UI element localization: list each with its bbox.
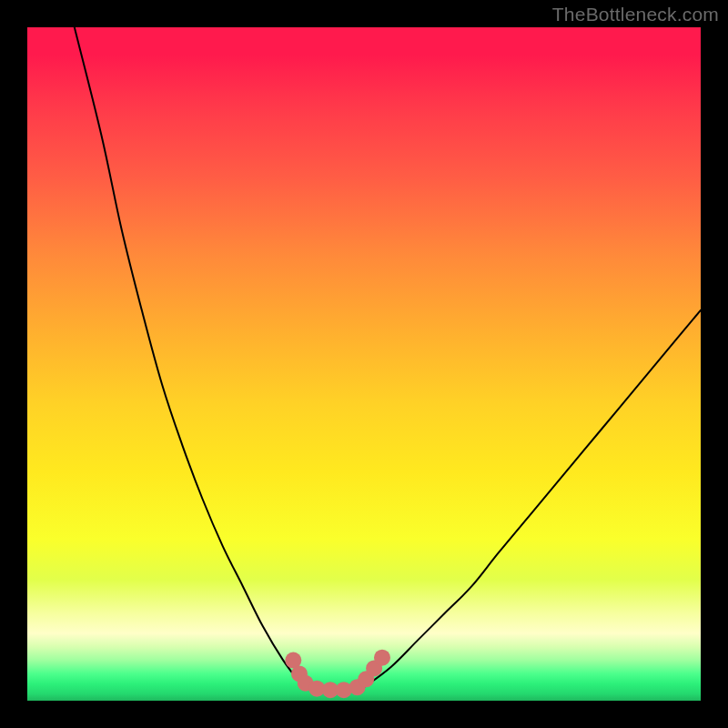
watermark-text: TheBottleneck.com	[552, 4, 719, 25]
chart-svg	[27, 27, 701, 701]
right-marker-cluster-dot	[374, 650, 390, 666]
series-left-curve	[75, 27, 304, 687]
series-right-curve	[364, 310, 701, 687]
left-marker-cluster-dot	[336, 682, 352, 698]
chart-frame: TheBottleneck.com	[0, 0, 728, 728]
